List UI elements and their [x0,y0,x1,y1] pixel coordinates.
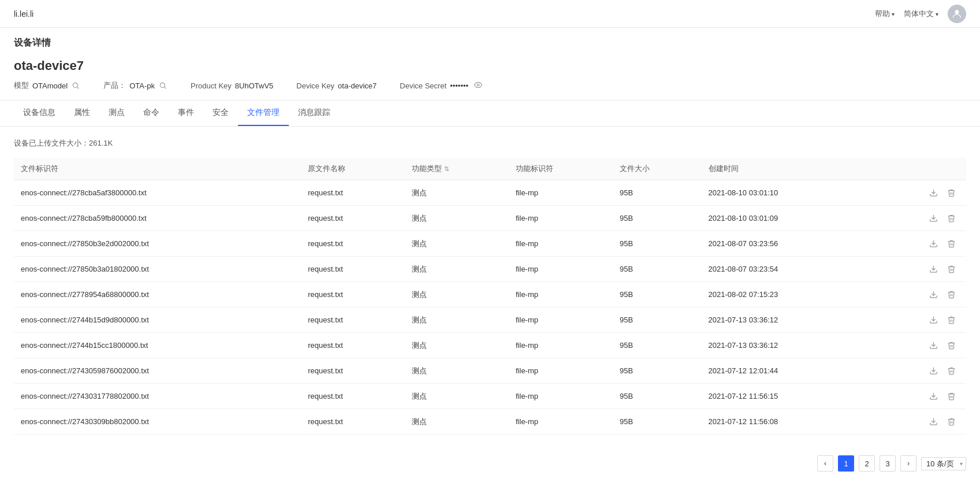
svg-point-3 [160,83,165,87]
actions-cell [870,409,966,435]
cell-createTime: 2021-07-13 03:36:12 [702,333,871,358]
download-button[interactable] [926,340,941,351]
cell-funcType: 测点 [405,333,509,358]
delete-button[interactable] [944,314,959,325]
actions-wrap [877,314,959,325]
pagination-prev[interactable]: ‹ [817,455,833,472]
cell-fileId: enos-connect://27850b3a01802000.txt [14,257,301,282]
actions-wrap [877,289,959,300]
model-search-icon[interactable] [71,81,80,90]
download-button[interactable] [926,238,941,249]
cell-createTime: 2021-07-13 03:36:12 [702,307,871,333]
device-secret-eye-icon[interactable] [474,81,482,91]
meta-device-secret: Device Secret ••••••• [400,81,482,91]
tab-events[interactable]: 事件 [169,101,203,126]
actions-cell [870,257,966,282]
delete-button[interactable] [944,213,959,224]
cell-fileName: request.txt [301,333,405,358]
table-row: enos-connect://2778954a68800000.txtreque… [14,282,966,307]
cell-fileName: request.txt [301,282,405,307]
actions-wrap [877,238,959,249]
cell-funcType: 测点 [405,282,509,307]
table-row: enos-connect://2744b15d9d800000.txtreque… [14,307,966,333]
actions-cell [870,180,966,206]
delete-button[interactable] [944,264,959,274]
cell-funcType: 测点 [405,180,509,206]
table-row: enos-connect://278cba5af3800000.txtreque… [14,180,966,206]
delete-button[interactable] [944,416,959,427]
download-button[interactable] [926,391,941,402]
tab-commands[interactable]: 命令 [134,101,169,126]
pagination-page-2[interactable]: 2 [859,455,875,472]
tab-measuring-points[interactable]: 测点 [99,101,134,126]
pagination-page-3[interactable]: 3 [880,455,896,472]
download-button[interactable] [926,416,941,427]
cell-fileName: request.txt [301,307,405,333]
download-button[interactable] [926,289,941,300]
cell-createTime: 2021-07-12 12:01:44 [702,358,871,384]
cell-funcType: 测点 [405,409,509,435]
cell-funcType: 测点 [405,231,509,257]
actions-cell [870,358,966,384]
delete-button[interactable] [944,391,959,402]
main-content: 设备已上传文件大小：261.1K 文件标识符原文件名称功能类型⇅功能标识符文件大… [0,127,980,446]
col-fileName: 原文件名称 [301,158,405,180]
cell-funcId: file-mp [509,307,613,333]
actions-wrap [877,264,959,274]
download-button[interactable] [926,213,941,224]
avatar[interactable] [948,5,966,23]
page-size-select[interactable]: 10 条/页20 条/页50 条/页 [921,457,966,470]
cell-fileId: enos-connect://2778954a68800000.txt [14,282,301,307]
table-row: enos-connect://27430309bb802000.txtreque… [14,409,966,435]
meta-product-key: Product Key 8UhOTwV5 [191,81,273,90]
cell-fileId: enos-connect://27850b3e2d002000.txt [14,231,301,257]
download-button[interactable] [926,365,941,376]
help-menu[interactable]: 帮助 [875,9,895,19]
delete-button[interactable] [944,365,959,376]
cell-fileSize: 95B [613,384,702,409]
tab-file-management[interactable]: 文件管理 [238,101,289,126]
tab-message-trace[interactable]: 消息跟踪 [289,101,340,126]
language-menu[interactable]: 简体中文 [904,9,938,19]
cell-funcId: file-mp [509,206,613,231]
col-funcType[interactable]: 功能类型⇅ [405,158,509,180]
pagination-next[interactable]: › [900,455,916,472]
delete-button[interactable] [944,340,959,351]
tab-security[interactable]: 安全 [203,101,238,126]
product-search-icon[interactable] [158,81,167,90]
actions-wrap [877,391,959,402]
sort-icon-funcType[interactable]: ⇅ [444,165,449,173]
cell-fileName: request.txt [301,409,405,435]
actions-cell [870,282,966,307]
svg-line-2 [77,87,79,89]
download-button[interactable] [926,187,941,198]
actions-wrap [877,340,959,351]
cell-fileSize: 95B [613,231,702,257]
actions-wrap [877,365,959,376]
pagination: ‹123›10 条/页20 条/页50 条/页 [0,446,980,481]
pagination-page-1[interactable]: 1 [838,455,854,472]
cell-fileName: request.txt [301,231,405,257]
cell-createTime: 2021-07-12 11:56:08 [702,409,871,435]
actions-wrap [877,187,959,198]
table-row: enos-connect://27850b3e2d002000.txtreque… [14,231,966,257]
table-row: enos-connect://2744b15cc1800000.txtreque… [14,333,966,358]
cell-fileName: request.txt [301,257,405,282]
tabs: 设备信息属性测点命令事件安全文件管理消息跟踪 [0,101,980,127]
tab-device-info[interactable]: 设备信息 [14,101,65,126]
actions-wrap [877,213,959,224]
cell-funcType: 测点 [405,384,509,409]
meta-model: 模型 OTAmodel [14,80,80,91]
cell-fileName: request.txt [301,180,405,206]
tab-attributes[interactable]: 属性 [65,101,99,126]
download-button[interactable] [926,314,941,325]
cell-fileId: enos-connect://2744b15d9d800000.txt [14,307,301,333]
table-row: enos-connect://27850b3a01802000.txtreque… [14,257,966,282]
page-title: 设备详情 [14,37,966,49]
delete-button[interactable] [944,187,959,198]
download-button[interactable] [926,264,941,274]
col-fileSize: 文件大小 [613,158,702,180]
top-nav-right: 帮助 简体中文 [875,5,966,23]
delete-button[interactable] [944,238,959,249]
delete-button[interactable] [944,289,959,300]
